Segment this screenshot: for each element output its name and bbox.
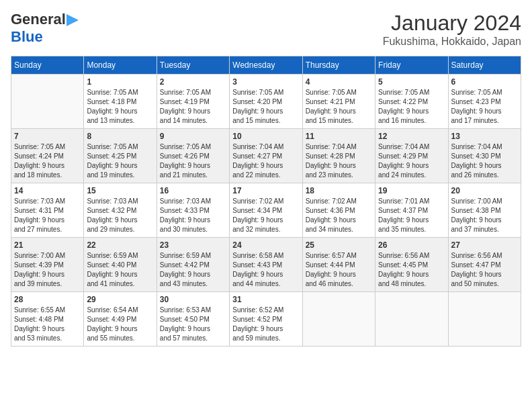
- day-info: Sunrise: 7:00 AM Sunset: 4:38 PM Dayligh…: [451, 197, 518, 234]
- calendar-cell: 5Sunrise: 7:05 AM Sunset: 4:22 PM Daylig…: [375, 75, 448, 129]
- day-number: 19: [378, 186, 445, 195]
- calendar-week-row-4: 21Sunrise: 7:00 AM Sunset: 4:39 PM Dayli…: [11, 238, 521, 292]
- day-info: Sunrise: 6:56 AM Sunset: 4:47 PM Dayligh…: [451, 251, 518, 289]
- day-number: 16: [160, 186, 226, 195]
- calendar-cell: 27Sunrise: 6:56 AM Sunset: 4:47 PM Dayli…: [448, 238, 521, 292]
- calendar-week-row-3: 14Sunrise: 7:03 AM Sunset: 4:31 PM Dayli…: [11, 183, 521, 238]
- weekday-header-tuesday: Tuesday: [157, 56, 229, 75]
- calendar-cell: [302, 292, 375, 347]
- day-info: Sunrise: 6:52 AM Sunset: 4:52 PM Dayligh…: [232, 306, 299, 343]
- day-info: Sunrise: 7:05 AM Sunset: 4:26 PM Dayligh…: [160, 142, 226, 180]
- day-number: 8: [87, 132, 153, 141]
- day-info: Sunrise: 6:56 AM Sunset: 4:45 PM Dayligh…: [378, 251, 445, 289]
- day-number: 4: [306, 77, 372, 87]
- calendar-cell: 17Sunrise: 7:02 AM Sunset: 4:34 PM Dayli…: [230, 183, 302, 238]
- page-header: General Blue January 2024 Fukushima, Hok…: [11, 11, 521, 48]
- day-number: 29: [87, 295, 153, 304]
- calendar-cell: 10Sunrise: 7:04 AM Sunset: 4:27 PM Dayli…: [230, 129, 302, 183]
- day-info: Sunrise: 6:55 AM Sunset: 4:48 PM Dayligh…: [14, 306, 81, 343]
- calendar-cell: 14Sunrise: 7:03 AM Sunset: 4:31 PM Dayli…: [11, 183, 84, 238]
- day-info: Sunrise: 7:04 AM Sunset: 4:28 PM Dayligh…: [306, 142, 372, 180]
- day-number: 6: [451, 77, 518, 87]
- day-info: Sunrise: 7:05 AM Sunset: 4:24 PM Dayligh…: [14, 142, 81, 180]
- day-info: Sunrise: 7:00 AM Sunset: 4:39 PM Dayligh…: [14, 251, 81, 289]
- logo: General Blue: [11, 11, 81, 46]
- weekday-header-row: SundayMondayTuesdayWednesdayThursdayFrid…: [11, 56, 521, 75]
- day-info: Sunrise: 7:04 AM Sunset: 4:29 PM Dayligh…: [378, 142, 445, 180]
- day-number: 14: [14, 186, 81, 195]
- calendar-cell: 19Sunrise: 7:01 AM Sunset: 4:37 PM Dayli…: [375, 183, 448, 238]
- calendar-table: SundayMondayTuesdayWednesdayThursdayFrid…: [11, 56, 521, 347]
- day-info: Sunrise: 7:01 AM Sunset: 4:37 PM Dayligh…: [378, 197, 445, 234]
- day-info: Sunrise: 6:59 AM Sunset: 4:42 PM Dayligh…: [160, 251, 226, 289]
- day-info: Sunrise: 7:05 AM Sunset: 4:23 PM Dayligh…: [451, 88, 518, 126]
- calendar-cell: 9Sunrise: 7:05 AM Sunset: 4:26 PM Daylig…: [157, 129, 229, 183]
- calendar-cell: 29Sunrise: 6:54 AM Sunset: 4:49 PM Dayli…: [84, 292, 157, 347]
- day-info: Sunrise: 7:04 AM Sunset: 4:30 PM Dayligh…: [451, 142, 518, 180]
- calendar-cell: 11Sunrise: 7:04 AM Sunset: 4:28 PM Dayli…: [302, 129, 375, 183]
- day-number: 13: [451, 132, 518, 141]
- calendar-cell: 7Sunrise: 7:05 AM Sunset: 4:24 PM Daylig…: [11, 129, 84, 183]
- calendar-week-row-2: 7Sunrise: 7:05 AM Sunset: 4:24 PM Daylig…: [11, 129, 521, 183]
- day-number: 11: [306, 132, 372, 141]
- day-number: 7: [14, 132, 81, 141]
- day-number: 24: [232, 240, 299, 250]
- calendar-cell: 2Sunrise: 7:05 AM Sunset: 4:19 PM Daylig…: [157, 75, 229, 129]
- day-number: 2: [160, 77, 226, 87]
- calendar-cell: [448, 292, 521, 347]
- svg-marker-0: [66, 14, 79, 26]
- day-info: Sunrise: 7:05 AM Sunset: 4:25 PM Dayligh…: [87, 142, 153, 180]
- weekday-header-friday: Friday: [375, 56, 448, 75]
- day-info: Sunrise: 6:59 AM Sunset: 4:40 PM Dayligh…: [87, 251, 153, 289]
- day-number: 12: [378, 132, 445, 141]
- day-number: 5: [378, 77, 445, 87]
- weekday-header-saturday: Saturday: [448, 56, 521, 75]
- calendar-cell: 25Sunrise: 6:57 AM Sunset: 4:44 PM Dayli…: [302, 238, 375, 292]
- calendar-cell: 12Sunrise: 7:04 AM Sunset: 4:29 PM Dayli…: [375, 129, 448, 183]
- weekday-header-wednesday: Wednesday: [230, 56, 302, 75]
- calendar-cell: 28Sunrise: 6:55 AM Sunset: 4:48 PM Dayli…: [11, 292, 84, 347]
- day-info: Sunrise: 6:53 AM Sunset: 4:50 PM Dayligh…: [160, 306, 226, 343]
- day-info: Sunrise: 7:02 AM Sunset: 4:34 PM Dayligh…: [232, 197, 299, 234]
- calendar-cell: 26Sunrise: 6:56 AM Sunset: 4:45 PM Dayli…: [375, 238, 448, 292]
- day-info: Sunrise: 7:05 AM Sunset: 4:20 PM Dayligh…: [232, 88, 299, 126]
- weekday-header-monday: Monday: [84, 56, 157, 75]
- calendar-cell: 21Sunrise: 7:00 AM Sunset: 4:39 PM Dayli…: [11, 238, 84, 292]
- main-title: January 2024: [383, 11, 521, 36]
- day-number: 20: [451, 186, 518, 195]
- day-number: 9: [160, 132, 226, 141]
- day-info: Sunrise: 7:05 AM Sunset: 4:22 PM Dayligh…: [378, 88, 445, 126]
- calendar-cell: 8Sunrise: 7:05 AM Sunset: 4:25 PM Daylig…: [84, 129, 157, 183]
- day-info: Sunrise: 7:03 AM Sunset: 4:31 PM Dayligh…: [14, 197, 81, 234]
- day-info: Sunrise: 7:04 AM Sunset: 4:27 PM Dayligh…: [232, 142, 299, 180]
- day-number: 31: [232, 295, 299, 304]
- calendar-week-row-5: 28Sunrise: 6:55 AM Sunset: 4:48 PM Dayli…: [11, 292, 521, 347]
- day-info: Sunrise: 7:05 AM Sunset: 4:18 PM Dayligh…: [87, 88, 153, 126]
- day-info: Sunrise: 7:05 AM Sunset: 4:21 PM Dayligh…: [306, 88, 372, 126]
- logo-arrow-icon: [66, 13, 80, 28]
- calendar-cell: 22Sunrise: 6:59 AM Sunset: 4:40 PM Dayli…: [84, 238, 157, 292]
- day-number: 10: [232, 132, 299, 141]
- calendar-cell: 4Sunrise: 7:05 AM Sunset: 4:21 PM Daylig…: [302, 75, 375, 129]
- calendar-cell: 1Sunrise: 7:05 AM Sunset: 4:18 PM Daylig…: [84, 75, 157, 129]
- day-info: Sunrise: 7:03 AM Sunset: 4:33 PM Dayligh…: [160, 197, 226, 234]
- day-number: 18: [306, 186, 372, 195]
- day-number: 17: [232, 186, 299, 195]
- day-info: Sunrise: 6:54 AM Sunset: 4:49 PM Dayligh…: [87, 306, 153, 343]
- day-number: 15: [87, 186, 153, 195]
- subtitle: Fukushima, Hokkaido, Japan: [383, 36, 521, 48]
- day-number: 22: [87, 240, 153, 250]
- day-number: 1: [87, 77, 153, 87]
- day-number: 3: [232, 77, 299, 87]
- calendar-cell: 16Sunrise: 7:03 AM Sunset: 4:33 PM Dayli…: [157, 183, 229, 238]
- calendar-cell: 6Sunrise: 7:05 AM Sunset: 4:23 PM Daylig…: [448, 75, 521, 129]
- day-number: 27: [451, 240, 518, 250]
- day-info: Sunrise: 7:05 AM Sunset: 4:19 PM Dayligh…: [160, 88, 226, 126]
- day-info: Sunrise: 6:57 AM Sunset: 4:44 PM Dayligh…: [306, 251, 372, 289]
- day-number: 23: [160, 240, 226, 250]
- day-number: 28: [14, 295, 81, 304]
- day-number: 26: [378, 240, 445, 250]
- day-info: Sunrise: 6:58 AM Sunset: 4:43 PM Dayligh…: [232, 251, 299, 289]
- calendar-week-row-1: 1Sunrise: 7:05 AM Sunset: 4:18 PM Daylig…: [11, 75, 521, 129]
- weekday-header-thursday: Thursday: [302, 56, 375, 75]
